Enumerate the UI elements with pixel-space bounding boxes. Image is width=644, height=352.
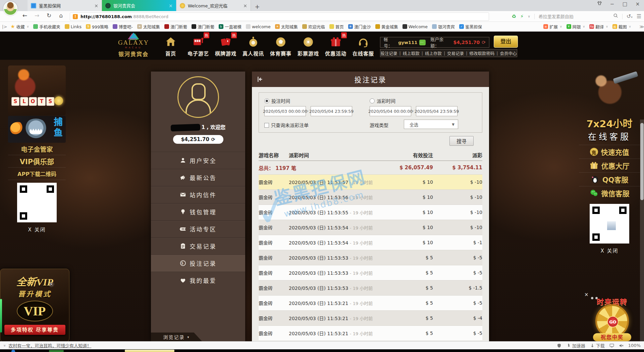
skin-icon[interactable] [596, 1, 602, 7]
download-button[interactable]: 下载 [590, 342, 605, 349]
scrollbar-thumb[interactable] [640, 123, 644, 200]
bookmark-item[interactable]: ☀太阳城集 [137, 24, 160, 30]
record-row[interactable]: 霸金砖 2020/05/03 (日) 11:53:57 - 19 小时前 $ 1… [259, 175, 482, 190]
close-button[interactable]: × [635, 1, 641, 7]
account-link[interactable]: 修改取款密码 [469, 50, 494, 56]
vip-club-button[interactable]: VIP俱乐部 [8, 155, 66, 168]
forward-button[interactable]: → [33, 12, 41, 19]
bookmark-tool-item[interactable]: Aa翻译∨ [589, 24, 608, 30]
bookmark-item[interactable]: Welcome [402, 24, 428, 29]
nav-item-电子游艺[interactable]: 热 电子游艺 [184, 34, 212, 57]
browser-tab[interactable]: Welcome_欢迎光临× [176, 0, 251, 11]
bookmark-item[interactable]: ✓鉴黑担保 [459, 24, 482, 30]
menu-item-我的最爱[interactable]: 我的最爱 [151, 272, 245, 289]
account-link[interactable]: 投注记录 [380, 50, 397, 56]
bet-to-input[interactable]: 2020/05/04 23:59:59 [311, 106, 352, 116]
boost-icon[interactable]: ⚡ [520, 13, 524, 19]
back-button[interactable]: ← [21, 12, 29, 19]
right-promo-微信客服[interactable]: 微信客服 [579, 186, 640, 200]
bookmark-item[interactable]: 9999策略 [86, 24, 108, 30]
bookmarks-collapse-icon[interactable]: |> [2, 24, 7, 29]
expand-icon[interactable]: » [2, 344, 7, 347]
account-link[interactable]: 会员中心 [500, 50, 517, 56]
mute-icon[interactable] [619, 343, 624, 348]
scrollbar-track[interactable] [640, 120, 644, 341]
message-icon[interactable] [419, 40, 426, 45]
accelerator-button[interactable]: 加速器 [566, 342, 585, 349]
bookmark-tool-item[interactable]: ¥网银∨ [567, 24, 585, 30]
site-logo[interactable]: GALAXY MACAU 银河贵宾会 [117, 33, 150, 58]
bookmark-item[interactable]: 澳门新葡 [164, 24, 187, 30]
payout-from-input[interactable]: 2020/05/04 00:00:00 [370, 106, 411, 116]
refresh-balance-icon[interactable]: ⟳ [482, 40, 486, 45]
bookmark-tool-item[interactable]: ⊞扩展∨ [543, 24, 562, 30]
shield-icon[interactable] [557, 343, 561, 348]
menu-item-站内信件[interactable]: 站内信件 [151, 186, 245, 203]
bookmark-tool-item[interactable]: 图截图∨ [612, 24, 631, 30]
home-button[interactable]: ⌂ [57, 12, 65, 19]
bookmarks-overflow-icon[interactable]: ≫ [639, 24, 644, 29]
bookmark-item[interactable]: ❄澳门金沙 [348, 24, 371, 30]
menu-item-投注记录[interactable]: $ 投注记录 [151, 255, 245, 272]
vip-banner-close-icon[interactable]: × [48, 281, 54, 287]
bookmark-item[interactable]: ☀太阳城集 [275, 24, 298, 30]
right-promo-快速充值[interactable]: 充快速充值 [579, 145, 640, 159]
adblock-icon[interactable]: ♻ [512, 13, 516, 19]
back-icon[interactable] [257, 76, 264, 83]
maximize-button[interactable]: □ [622, 1, 628, 7]
bookmark-item[interactable]: 博壹吧- [113, 24, 133, 30]
site-warning-icon[interactable]: ! [73, 14, 78, 19]
right-promo-close-button[interactable]: X 关闭 [579, 247, 640, 254]
right-promo-优惠大厅[interactable]: 优惠大厅 [579, 159, 640, 172]
payout-time-radio[interactable] [370, 98, 375, 103]
bookmark-item[interactable]: 银河贵宾 [432, 24, 455, 30]
nav-item-彩票游戏[interactable]: 彩票游戏 [294, 34, 322, 57]
reload-button[interactable]: ↻ [45, 12, 53, 19]
record-row[interactable]: 霸金砖 2020/05/03 (日) 11:53:53 - 19 小时前 $ 5… [259, 280, 482, 296]
news-ticker-link[interactable]: 农村有一宝，可治耳鸣，可惜少有人知道！ [8, 342, 91, 349]
bookmark-item[interactable]: b一直被模 [219, 24, 241, 30]
record-row[interactable]: 霸金砖 2020/05/03 (日) 11:53:54 - 19 小时前 $ 1… [259, 220, 482, 235]
bookmark-item[interactable]: 澳门新葡 [192, 24, 214, 30]
tab-close-icon[interactable]: × [94, 3, 98, 8]
bookmark-item[interactable]: ★收藏∨ [10, 24, 29, 30]
record-row[interactable]: 霸金砖 2020/05/03 (日) 11:53:53 - 19 小时前 $ 5… [259, 250, 482, 265]
bookmark-item[interactable]: 欢迎光临 [302, 24, 325, 30]
undo-icon[interactable]: ↺▾ [627, 13, 633, 19]
address-bar[interactable]: ! http://87680188.com:8888/BetRecord [70, 12, 489, 21]
left-promo-close-button[interactable]: X 关闭 [8, 226, 66, 233]
menu-item-用户安全[interactable]: 用户安全 [151, 152, 245, 169]
browser-profile-avatar[interactable] [3, 1, 17, 15]
vip-promo-banner[interactable]: × 全新VIP 晋升模式 VIP 多项特权 尽享尊贵 [0, 269, 69, 341]
tab-close-icon[interactable]: × [169, 3, 173, 8]
browse-history-tab[interactable]: 浏览记录▾ [151, 333, 202, 341]
bookmark-item[interactable]: Links [65, 24, 82, 29]
record-row[interactable]: 霸金砖 2020/05/03 (日) 11:53:55 - 19 小时前 $ 1… [259, 205, 482, 220]
lucky-wheel[interactable]: GO [595, 304, 629, 338]
game-type-select[interactable]: 全选▼ [404, 120, 458, 129]
record-row[interactable]: 霸金砖 2020/05/03 (日) 11:53:21 - 19 小时前 $ 5… [259, 296, 482, 311]
refresh-icon[interactable]: ⟳ [211, 137, 215, 142]
chevron-down-icon[interactable]: ∨ [528, 14, 530, 18]
menu-item-钱包管理[interactable]: 钱包管理 [151, 203, 245, 220]
menu-item-活动专区[interactable]: 活动专区 [151, 220, 245, 237]
bet-time-radio[interactable] [264, 98, 269, 103]
nav-item-棋牌游戏[interactable]: 热 棋牌游戏 [212, 34, 239, 57]
unsettled-checkbox[interactable] [264, 123, 269, 128]
search-input[interactable]: 希拉里发素颜自拍 [539, 13, 609, 19]
payout-to-input[interactable]: 2020/05/04 23:59:59 [416, 106, 458, 116]
minimize-button[interactable]: − [609, 1, 615, 7]
lucky-wheel-banner[interactable]: × 时来运转 GO 祝您中奖 [584, 292, 641, 341]
search-button[interactable]: 搜寻 [449, 136, 474, 146]
balance-pill[interactable]: $4,251.70⟳ [173, 135, 223, 144]
wheel-go-button[interactable]: GO [607, 316, 619, 327]
bookmark-item[interactable]: 手机收藏夹 [33, 24, 60, 30]
record-row[interactable]: 霸金砖 2020/05/03 (日) 11:53:54 - 19 小时前 $ 1… [259, 235, 482, 250]
menu-item-交易记录[interactable]: 交易记录 [151, 237, 245, 255]
record-row[interactable]: 霸金砖 2020/05/03 (日) 11:53:21 - 19 小时前 $ 5… [259, 326, 482, 341]
zoom-level[interactable]: 100% [628, 343, 641, 348]
bookmark-item[interactable]: welcome [246, 24, 271, 29]
right-promo-QQ客服[interactable]: QQ客服 [579, 172, 640, 186]
menu-icon[interactable]: ☰ [637, 13, 641, 19]
logout-button[interactable]: 登出 [494, 36, 518, 48]
